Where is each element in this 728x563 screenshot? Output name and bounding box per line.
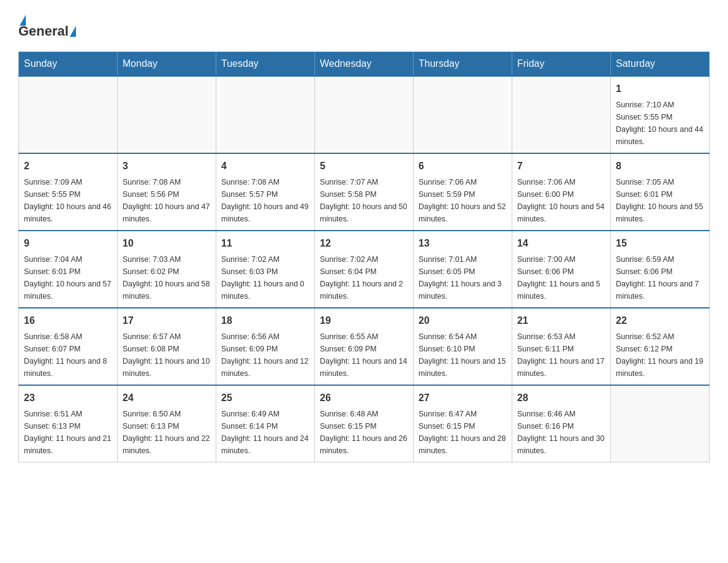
- calendar-cell: [611, 385, 710, 462]
- day-number: 16: [24, 313, 112, 328]
- calendar-week-row-5: 23Sunrise: 6:51 AMSunset: 6:13 PMDayligh…: [19, 385, 710, 462]
- day-number: 15: [616, 236, 704, 251]
- calendar-cell: 11Sunrise: 7:02 AMSunset: 6:03 PMDayligh…: [216, 231, 315, 308]
- col-thursday: Thursday: [414, 52, 512, 77]
- calendar-cell: 2Sunrise: 7:09 AMSunset: 5:55 PMDaylight…: [19, 153, 118, 231]
- calendar-cell: 21Sunrise: 6:53 AMSunset: 6:11 PMDayligh…: [512, 308, 611, 385]
- day-number: 8: [616, 159, 704, 174]
- day-number: 19: [320, 313, 408, 328]
- day-info: Sunrise: 7:08 AMSunset: 5:56 PMDaylight:…: [123, 176, 211, 225]
- calendar-cell: 20Sunrise: 6:54 AMSunset: 6:10 PMDayligh…: [414, 308, 512, 385]
- day-info: Sunrise: 7:03 AMSunset: 6:02 PMDaylight:…: [123, 253, 211, 302]
- calendar-cell: 4Sunrise: 7:08 AMSunset: 5:57 PMDaylight…: [216, 153, 315, 231]
- day-number: 25: [221, 391, 309, 405]
- day-number: 28: [517, 391, 605, 405]
- day-info: Sunrise: 6:50 AMSunset: 6:13 PMDaylight:…: [123, 408, 211, 457]
- calendar-cell: [414, 76, 512, 153]
- day-number: 18: [221, 313, 309, 328]
- day-number: 9: [24, 236, 112, 251]
- day-info: Sunrise: 7:05 AMSunset: 6:01 PMDaylight:…: [616, 176, 704, 225]
- calendar-cell: [216, 76, 315, 153]
- calendar-week-row-1: 1Sunrise: 7:10 AMSunset: 5:55 PMDaylight…: [19, 76, 710, 153]
- day-info: Sunrise: 6:56 AMSunset: 6:09 PMDaylight:…: [221, 331, 309, 380]
- col-friday: Friday: [512, 52, 611, 77]
- day-number: 1: [616, 82, 704, 96]
- col-sunday: Sunday: [19, 52, 118, 77]
- calendar-cell: 8Sunrise: 7:05 AMSunset: 6:01 PMDaylight…: [611, 153, 710, 231]
- calendar-cell: 14Sunrise: 7:00 AMSunset: 6:06 PMDayligh…: [512, 231, 611, 308]
- day-info: Sunrise: 6:47 AMSunset: 6:15 PMDaylight:…: [419, 408, 507, 457]
- day-info: Sunrise: 6:46 AMSunset: 6:16 PMDaylight:…: [517, 408, 605, 457]
- calendar-table: Sunday Monday Tuesday Wednesday Thursday…: [18, 52, 710, 462]
- day-number: 13: [419, 236, 507, 251]
- day-info: Sunrise: 6:51 AMSunset: 6:13 PMDaylight:…: [24, 408, 112, 457]
- day-number: 11: [221, 236, 309, 251]
- day-info: Sunrise: 6:54 AMSunset: 6:10 PMDaylight:…: [419, 331, 507, 380]
- calendar-cell: 3Sunrise: 7:08 AMSunset: 5:56 PMDaylight…: [118, 153, 216, 231]
- logo: General: [18, 12, 77, 39]
- day-number: 6: [419, 159, 507, 174]
- day-info: Sunrise: 7:09 AMSunset: 5:55 PMDaylight:…: [24, 176, 112, 225]
- day-number: 3: [123, 159, 211, 174]
- day-info: Sunrise: 7:06 AMSunset: 6:00 PMDaylight:…: [517, 176, 605, 225]
- day-number: 22: [616, 313, 704, 328]
- day-info: Sunrise: 7:04 AMSunset: 6:01 PMDaylight:…: [24, 253, 112, 302]
- day-info: Sunrise: 6:52 AMSunset: 6:12 PMDaylight:…: [616, 331, 704, 380]
- day-info: Sunrise: 6:48 AMSunset: 6:15 PMDaylight:…: [320, 408, 408, 457]
- day-number: 26: [320, 391, 408, 405]
- day-number: 27: [419, 391, 507, 405]
- calendar-cell: 12Sunrise: 7:02 AMSunset: 6:04 PMDayligh…: [315, 231, 414, 308]
- day-info: Sunrise: 6:55 AMSunset: 6:09 PMDaylight:…: [320, 331, 408, 380]
- calendar-cell: 22Sunrise: 6:52 AMSunset: 6:12 PMDayligh…: [611, 308, 710, 385]
- calendar-cell: 26Sunrise: 6:48 AMSunset: 6:15 PMDayligh…: [315, 385, 414, 462]
- calendar-cell: [512, 76, 611, 153]
- calendar-cell: 16Sunrise: 6:58 AMSunset: 6:07 PMDayligh…: [19, 308, 118, 385]
- calendar-cell: 5Sunrise: 7:07 AMSunset: 5:58 PMDaylight…: [315, 153, 414, 231]
- day-number: 4: [221, 159, 309, 174]
- calendar-cell: 10Sunrise: 7:03 AMSunset: 6:02 PMDayligh…: [118, 231, 216, 308]
- calendar-cell: 23Sunrise: 6:51 AMSunset: 6:13 PMDayligh…: [19, 385, 118, 462]
- logo-triangle-icon2: [70, 26, 76, 37]
- day-info: Sunrise: 7:08 AMSunset: 5:57 PMDaylight:…: [221, 176, 309, 225]
- calendar-cell: [118, 76, 216, 153]
- calendar-cell: 1Sunrise: 7:10 AMSunset: 5:55 PMDaylight…: [611, 76, 710, 153]
- day-number: 7: [517, 159, 605, 174]
- day-info: Sunrise: 6:53 AMSunset: 6:11 PMDaylight:…: [517, 331, 605, 380]
- calendar-week-row-2: 2Sunrise: 7:09 AMSunset: 5:55 PMDaylight…: [19, 153, 710, 231]
- calendar-cell: 9Sunrise: 7:04 AMSunset: 6:01 PMDaylight…: [19, 231, 118, 308]
- day-info: Sunrise: 7:07 AMSunset: 5:58 PMDaylight:…: [320, 176, 408, 225]
- day-info: Sunrise: 7:01 AMSunset: 6:05 PMDaylight:…: [419, 253, 507, 302]
- calendar-cell: 19Sunrise: 6:55 AMSunset: 6:09 PMDayligh…: [315, 308, 414, 385]
- day-info: Sunrise: 6:59 AMSunset: 6:06 PMDaylight:…: [616, 253, 704, 302]
- page-header: General: [18, 12, 710, 39]
- calendar-header-row: Sunday Monday Tuesday Wednesday Thursday…: [19, 52, 710, 77]
- day-number: 24: [123, 391, 211, 405]
- day-info: Sunrise: 7:10 AMSunset: 5:55 PMDaylight:…: [616, 99, 704, 148]
- calendar-cell: 7Sunrise: 7:06 AMSunset: 6:00 PMDaylight…: [512, 153, 611, 231]
- col-monday: Monday: [118, 52, 216, 77]
- day-info: Sunrise: 6:57 AMSunset: 6:08 PMDaylight:…: [123, 331, 211, 380]
- day-number: 10: [123, 236, 211, 251]
- day-info: Sunrise: 7:00 AMSunset: 6:06 PMDaylight:…: [517, 253, 605, 302]
- col-tuesday: Tuesday: [216, 52, 315, 77]
- day-number: 14: [517, 236, 605, 251]
- col-wednesday: Wednesday: [315, 52, 414, 77]
- calendar-week-row-4: 16Sunrise: 6:58 AMSunset: 6:07 PMDayligh…: [19, 308, 710, 385]
- day-number: 21: [517, 313, 605, 328]
- day-number: 23: [24, 391, 112, 405]
- calendar-cell: 24Sunrise: 6:50 AMSunset: 6:13 PMDayligh…: [118, 385, 216, 462]
- col-saturday: Saturday: [611, 52, 710, 77]
- logo-general-text2: General: [18, 23, 69, 39]
- calendar-cell: 15Sunrise: 6:59 AMSunset: 6:06 PMDayligh…: [611, 231, 710, 308]
- calendar-cell: 13Sunrise: 7:01 AMSunset: 6:05 PMDayligh…: [414, 231, 512, 308]
- day-info: Sunrise: 6:49 AMSunset: 6:14 PMDaylight:…: [221, 408, 309, 457]
- calendar-cell: 25Sunrise: 6:49 AMSunset: 6:14 PMDayligh…: [216, 385, 315, 462]
- day-info: Sunrise: 6:58 AMSunset: 6:07 PMDaylight:…: [24, 331, 112, 380]
- day-info: Sunrise: 7:02 AMSunset: 6:03 PMDaylight:…: [221, 253, 309, 302]
- calendar-cell: 6Sunrise: 7:06 AMSunset: 5:59 PMDaylight…: [414, 153, 512, 231]
- day-number: 2: [24, 159, 112, 174]
- day-info: Sunrise: 7:06 AMSunset: 5:59 PMDaylight:…: [419, 176, 507, 225]
- calendar-cell: [19, 76, 118, 153]
- calendar-cell: 17Sunrise: 6:57 AMSunset: 6:08 PMDayligh…: [118, 308, 216, 385]
- day-number: 20: [419, 313, 507, 328]
